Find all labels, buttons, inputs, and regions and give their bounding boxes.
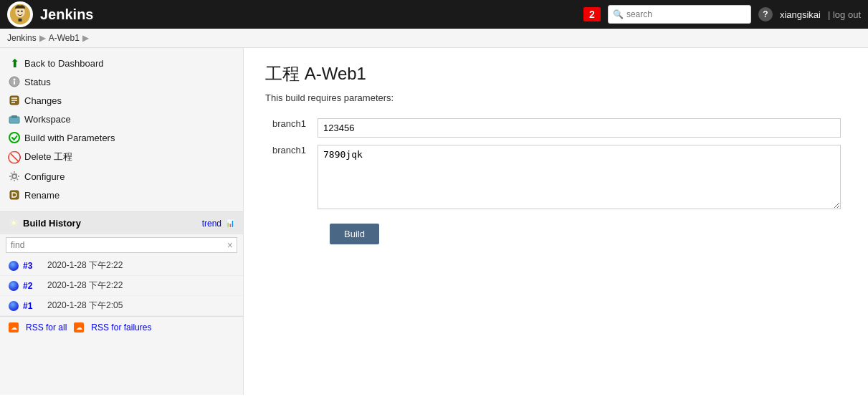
sidebar-item-status-label: Status <box>24 77 51 87</box>
build-item-1: #1 2020-1-28 下午2:05 <box>0 296 243 316</box>
sidebar-item-configure[interactable]: Configure <box>0 167 243 186</box>
find-input-wrap: × <box>0 234 243 256</box>
param1-input[interactable] <box>318 118 841 138</box>
configure-icon <box>9 171 20 182</box>
build-item-2: #2 2020-1-28 下午2:22 <box>0 276 243 296</box>
app-title: Jenkins <box>40 6 93 23</box>
param2-label: branch1 <box>265 141 312 215</box>
svg-rect-13 <box>11 115 17 118</box>
workspace-icon <box>9 113 20 125</box>
rename-icon <box>9 189 20 201</box>
build-ball-3 <box>9 261 19 271</box>
search-icon: 🔍 <box>613 9 624 19</box>
build-history-title: Build History <box>23 218 198 229</box>
sidebar-item-build-params[interactable]: Build with Parameters <box>0 128 243 147</box>
sidebar-item-rename[interactable]: Rename <box>0 186 243 204</box>
svg-point-3 <box>21 11 23 12</box>
build-params-icon <box>9 132 20 143</box>
jenkins-logo <box>7 1 33 27</box>
page-title: 工程 A-Web1 <box>265 62 846 85</box>
trend-chart-icon: 📊 <box>226 219 234 227</box>
delete-icon: 🚫 <box>9 151 20 163</box>
build-link-1[interactable]: #1 <box>23 301 43 311</box>
param1-label: branch1 <box>265 115 312 141</box>
svg-point-2 <box>17 11 19 12</box>
svg-rect-16 <box>10 191 19 199</box>
table-row-param2: branch1 <box>265 141 846 215</box>
sidebar-item-rename-label: Rename <box>24 190 59 201</box>
rss-failures-link[interactable]: RSS for failures <box>91 322 151 333</box>
build-history-section: ☀ Build History trend 📊 × #3 2020-1-28 下… <box>0 211 243 338</box>
rss-all-icon: ☁ <box>9 322 19 333</box>
app-header: Jenkins 2 🔍 ? xiangsikai | log out <box>0 0 868 29</box>
rss-all-link[interactable]: RSS for all <box>26 322 67 333</box>
breadcrumb-jenkins[interactable]: Jenkins <box>7 33 37 43</box>
svg-point-14 <box>9 133 19 143</box>
sidebar-item-back[interactable]: ⬆ Back to Dashboard <box>0 54 243 72</box>
sidebar-item-changes[interactable]: Changes <box>0 91 243 110</box>
sidebar-item-build-params-label: Build with Parameters <box>24 133 115 143</box>
param2-textarea[interactable] <box>318 145 841 209</box>
svg-point-15 <box>12 174 16 178</box>
trend-link[interactable]: trend <box>202 219 221 229</box>
build-ball-2 <box>9 281 19 291</box>
build-notice: This build requires parameters: <box>265 92 846 103</box>
main-content: 工程 A-Web1 This build requires parameters… <box>244 48 868 395</box>
rss-footer: ☁ RSS for all ☁ RSS for failures <box>0 316 243 338</box>
sidebar-item-changes-label: Changes <box>24 95 62 106</box>
sidebar-item-back-label: Back to Dashboard <box>24 58 104 69</box>
notification-badge[interactable]: 2 <box>583 7 601 21</box>
sun-icon: ☀ <box>9 216 19 230</box>
param1-input-cell <box>312 115 846 141</box>
status-icon <box>9 76 20 87</box>
param2-input-cell <box>312 141 846 215</box>
breadcrumb-sep-1: ▶ <box>39 33 46 43</box>
build-item-3: #3 2020-1-28 下午2:22 <box>0 256 243 276</box>
sidebar-item-configure-label: Configure <box>24 171 65 182</box>
table-row-param1: branch1 <box>265 115 846 141</box>
build-ball-1 <box>9 301 19 311</box>
build-history-header: ☀ Build History trend 📊 <box>0 212 243 234</box>
svg-point-6 <box>14 79 16 81</box>
build-button[interactable]: Build <box>330 224 379 244</box>
build-link-3[interactable]: #3 <box>23 261 43 271</box>
search-input[interactable] <box>626 9 741 19</box>
rss-failures-icon: ☁ <box>74 322 84 333</box>
back-icon: ⬆ <box>9 57 20 69</box>
sidebar-item-status[interactable]: Status <box>0 72 243 91</box>
svg-rect-4 <box>19 19 22 21</box>
sidebar-item-workspace-label: Workspace <box>24 114 71 125</box>
logout-button[interactable]: | log out <box>828 9 861 20</box>
build-time-3: 2020-1-28 下午2:22 <box>47 259 234 272</box>
build-link-2[interactable]: #2 <box>23 281 43 291</box>
main-layout: ⬆ Back to Dashboard Status Changes Works… <box>0 48 868 395</box>
sidebar-item-delete-label: Delete 工程 <box>24 150 72 163</box>
breadcrumb-sep-2: ▶ <box>82 33 89 43</box>
sidebar: ⬆ Back to Dashboard Status Changes Works… <box>0 48 244 395</box>
search-box: 🔍 <box>608 5 751 24</box>
breadcrumb: Jenkins ▶ A-Web1 ▶ <box>0 29 868 48</box>
breadcrumb-aweb1[interactable]: A-Web1 <box>49 33 80 43</box>
help-icon[interactable]: ? <box>758 7 773 21</box>
find-clear-button[interactable]: × <box>227 239 233 251</box>
sidebar-item-delete[interactable]: 🚫 Delete 工程 <box>0 147 243 167</box>
changes-icon <box>9 95 20 106</box>
build-time-2: 2020-1-28 下午2:22 <box>47 279 234 292</box>
sidebar-item-workspace[interactable]: Workspace <box>0 110 243 128</box>
username-label: xiangsikai <box>780 9 821 20</box>
svg-rect-7 <box>14 81 15 85</box>
find-input[interactable] <box>6 237 237 253</box>
params-table: branch1 branch1 <box>265 115 846 215</box>
build-time-1: 2020-1-28 下午2:05 <box>47 300 234 312</box>
